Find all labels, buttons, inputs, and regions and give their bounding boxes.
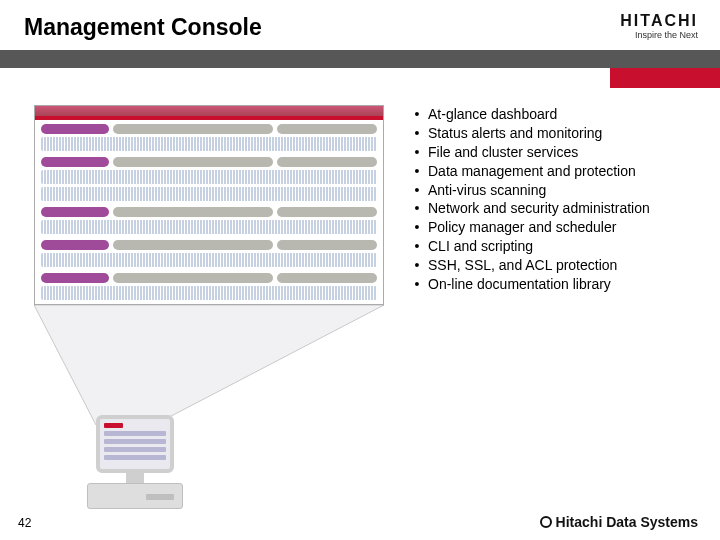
bullet-item: Policy manager and scheduler [406,218,706,237]
footer-logo-text: Hitachi Data Systems [556,514,698,530]
thumb-text-line [41,137,377,151]
red-stripe [610,68,720,88]
bullet-item: Anti-virus scanning [406,181,706,200]
thumb-section-label [41,273,109,283]
bullet-item: Status alerts and monitoring [406,124,706,143]
bullet-item: File and cluster services [406,143,706,162]
bullet-item: Data management and protection [406,162,706,181]
thumb-body [35,120,383,304]
console-screenshot-thumb [34,105,384,305]
svg-marker-0 [34,305,384,425]
thumb-bar [113,157,273,167]
mini-row [104,455,166,460]
thumb-section-label [41,124,109,134]
thumb-bar [277,124,377,134]
footer-logo: Hitachi Data Systems [540,514,698,530]
thumb-text-line [41,170,377,184]
monitor-stand [126,473,144,483]
thumb-bar [113,207,273,217]
gray-stripe [0,50,720,68]
footer: 42 Hitachi Data Systems [0,506,720,530]
bullet-item: On-line documentation library [406,275,706,294]
mini-row [104,439,166,444]
thumb-bar [277,207,377,217]
mini-row [104,447,166,452]
thumb-section-label [41,207,109,217]
logo-tagline: Inspire the Next [620,30,698,40]
slide: Management Console HITACHI Inspire the N… [0,0,720,540]
thumb-bar [277,273,377,283]
hitachi-logo-top: HITACHI Inspire the Next [620,12,698,40]
mini-row [104,431,166,436]
slide-title: Management Console [0,0,720,41]
thumb-bar [113,124,273,134]
thumb-section-label [41,240,109,250]
bullet-item: Network and security administration [406,199,706,218]
monitor-screen [96,415,174,473]
bullet-item: SSH, SSL, and ACL protection [406,256,706,275]
thumb-header [35,106,383,120]
thumb-text-line [41,220,377,234]
bullet-item: CLI and scripting [406,237,706,256]
thumb-section-label [41,157,109,167]
page-number: 42 [18,516,31,530]
thumb-bar [277,157,377,167]
ring-icon [540,516,552,528]
thumb-text-line [41,187,377,201]
thumb-text-line [41,286,377,300]
thumb-text-line [41,253,377,267]
bullet-list: At-glance dashboard Status alerts and mo… [406,105,706,294]
feature-bullets: At-glance dashboard Status alerts and mo… [406,105,706,294]
mini-accent [104,423,123,428]
thumb-bar [277,240,377,250]
thumb-bar [113,240,273,250]
logo-text: HITACHI [620,12,698,30]
bullet-item: At-glance dashboard [406,105,706,124]
thumb-bar [113,273,273,283]
